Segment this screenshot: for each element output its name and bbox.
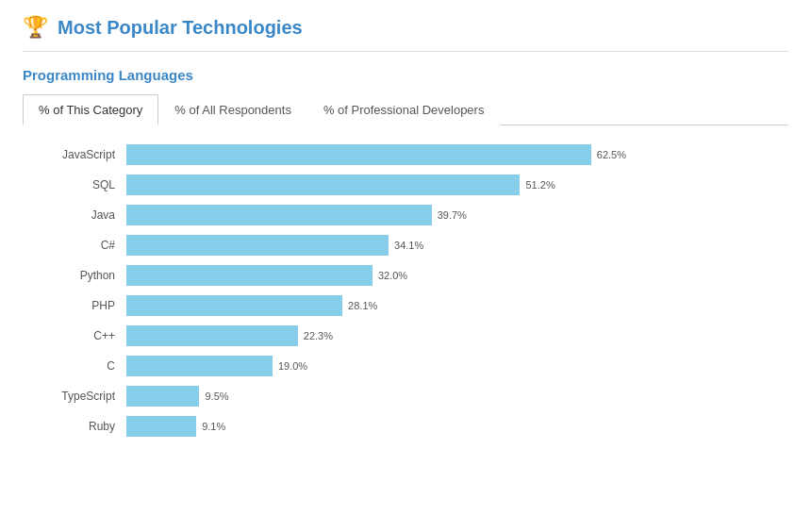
bar-track: 28.1%: [126, 295, 626, 316]
chart-container: JavaScript62.5%SQL51.2%Java39.7%C#34.1%P…: [23, 144, 645, 437]
bar-track: 9.5%: [126, 386, 626, 407]
bar-value: 32.0%: [378, 270, 407, 281]
bar-value: 62.5%: [597, 149, 626, 160]
bar-fill: [126, 416, 196, 437]
bar-label: C#: [41, 239, 126, 252]
bar-fill: [126, 265, 372, 286]
bar-track: 32.0%: [126, 265, 626, 286]
bar-value: 51.2%: [525, 179, 554, 191]
bar-row: TypeScript9.5%: [41, 386, 626, 407]
bar-value: 39.7%: [438, 209, 467, 221]
bar-fill: [126, 386, 199, 407]
bar-value: 28.1%: [348, 300, 377, 311]
bar-label: Java: [41, 208, 126, 222]
bar-fill: [126, 235, 389, 256]
bar-fill: [126, 356, 273, 376]
bar-row: Java39.7%: [41, 205, 626, 225]
bar-track: 19.0%: [126, 356, 626, 376]
bar-value: 34.1%: [394, 240, 423, 251]
tab-all-respondents[interactable]: % of All Respondents: [158, 94, 307, 125]
bar-row: JavaScript62.5%: [41, 144, 626, 165]
bar-fill: [126, 325, 298, 346]
bar-label: Ruby: [41, 420, 126, 433]
bar-value: 19.0%: [278, 360, 307, 372]
bar-fill: [126, 175, 520, 195]
trophy-icon: 🏆: [23, 15, 48, 40]
bar-track: 22.3%: [126, 325, 626, 346]
bar-row: Python32.0%: [41, 265, 626, 286]
page-title: Most Popular Technologies: [58, 17, 303, 39]
bar-label: JavaScript: [41, 148, 126, 161]
tab-this-category[interactable]: % of This Category: [23, 94, 158, 125]
header-row: 🏆 Most Popular Technologies: [23, 15, 788, 52]
bar-value: 22.3%: [304, 330, 333, 341]
bar-label: SQL: [41, 178, 126, 191]
bar-row: PHP28.1%: [41, 295, 626, 316]
bar-row: SQL51.2%: [41, 175, 626, 195]
bar-row: C19.0%: [41, 356, 626, 376]
bar-fill: [126, 144, 591, 165]
bar-label: C: [41, 359, 126, 373]
bar-value: 9.1%: [202, 421, 225, 432]
bar-label: Python: [41, 269, 126, 282]
bar-row: C++22.3%: [41, 325, 626, 346]
page-container: 🏆 Most Popular Technologies Programming …: [0, 0, 811, 461]
bar-row: Ruby9.1%: [41, 416, 626, 437]
bar-fill: [126, 205, 432, 225]
bar-label: C++: [41, 329, 126, 342]
tabs-row: % of This Category % of All Respondents …: [23, 94, 788, 125]
bar-track: 9.1%: [126, 416, 626, 437]
section-title: Programming Languages: [23, 67, 788, 83]
bar-label: PHP: [41, 299, 126, 312]
bar-value: 9.5%: [205, 391, 228, 402]
bar-track: 39.7%: [126, 205, 626, 225]
bar-row: C#34.1%: [41, 235, 626, 256]
bar-track: 51.2%: [126, 175, 626, 195]
bar-fill: [126, 295, 342, 316]
tab-professional-developers[interactable]: % of Professional Developers: [307, 94, 501, 125]
bar-track: 62.5%: [126, 144, 626, 165]
bar-label: TypeScript: [41, 390, 126, 403]
bar-track: 34.1%: [126, 235, 626, 256]
